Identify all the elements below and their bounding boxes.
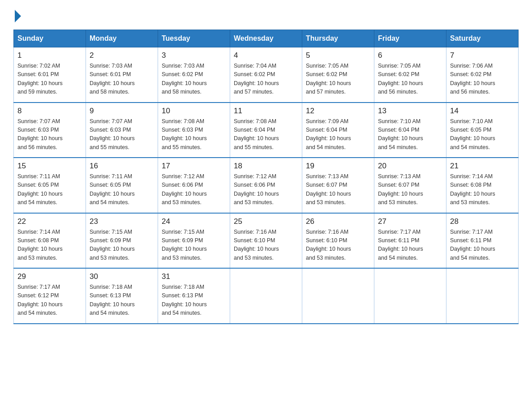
day-info: Sunrise: 7:17 AMSunset: 6:11 PMDaylight:… <box>450 228 515 263</box>
col-header-saturday: Saturday <box>446 30 519 47</box>
col-header-friday: Friday <box>374 30 446 47</box>
calendar-cell: 10Sunrise: 7:08 AMSunset: 6:03 PMDayligh… <box>158 103 230 158</box>
day-info: Sunrise: 7:11 AMSunset: 6:05 PMDaylight:… <box>17 172 82 207</box>
day-info: Sunrise: 7:07 AMSunset: 6:03 PMDaylight:… <box>17 117 82 152</box>
day-number: 27 <box>378 217 442 226</box>
day-number: 15 <box>17 162 82 171</box>
day-info: Sunrise: 7:08 AMSunset: 6:03 PMDaylight:… <box>162 117 226 152</box>
day-number: 5 <box>306 51 370 60</box>
calendar-cell: 21Sunrise: 7:14 AMSunset: 6:08 PMDayligh… <box>446 158 519 213</box>
day-number: 26 <box>306 217 370 226</box>
day-info: Sunrise: 7:14 AMSunset: 6:08 PMDaylight:… <box>450 172 515 207</box>
day-number: 9 <box>90 107 154 116</box>
day-number: 3 <box>162 51 226 60</box>
day-info: Sunrise: 7:15 AMSunset: 6:09 PMDaylight:… <box>162 228 226 263</box>
calendar-cell: 8Sunrise: 7:07 AMSunset: 6:03 PMDaylight… <box>14 103 86 158</box>
calendar-cell: 28Sunrise: 7:17 AMSunset: 6:11 PMDayligh… <box>446 213 519 269</box>
calendar-cell: 14Sunrise: 7:10 AMSunset: 6:05 PMDayligh… <box>446 103 519 158</box>
day-info: Sunrise: 7:16 AMSunset: 6:10 PMDaylight:… <box>306 228 370 263</box>
day-number: 7 <box>450 51 515 60</box>
calendar-cell: 13Sunrise: 7:10 AMSunset: 6:04 PMDayligh… <box>374 103 446 158</box>
day-number: 4 <box>234 51 298 60</box>
day-number: 25 <box>234 217 298 226</box>
day-number: 13 <box>378 107 442 116</box>
day-info: Sunrise: 7:12 AMSunset: 6:06 PMDaylight:… <box>234 172 298 207</box>
calendar-cell: 12Sunrise: 7:09 AMSunset: 6:04 PMDayligh… <box>302 103 374 158</box>
day-number: 23 <box>90 217 154 226</box>
day-number: 29 <box>17 272 82 281</box>
day-number: 8 <box>17 107 82 116</box>
col-header-sunday: Sunday <box>14 30 86 47</box>
calendar-cell: 9Sunrise: 7:07 AMSunset: 6:03 PMDaylight… <box>86 103 158 158</box>
calendar-cell: 15Sunrise: 7:11 AMSunset: 6:05 PMDayligh… <box>14 158 86 213</box>
logo <box>13 9 21 21</box>
day-info: Sunrise: 7:17 AMSunset: 6:11 PMDaylight:… <box>378 228 442 263</box>
calendar-cell: 2Sunrise: 7:03 AMSunset: 6:01 PMDaylight… <box>86 47 158 103</box>
calendar-cell <box>302 268 374 324</box>
calendar-cell <box>374 268 446 324</box>
day-number: 28 <box>450 217 515 226</box>
day-number: 14 <box>450 107 515 116</box>
calendar-cell: 6Sunrise: 7:05 AMSunset: 6:02 PMDaylight… <box>374 47 446 103</box>
day-info: Sunrise: 7:02 AMSunset: 6:01 PMDaylight:… <box>17 62 82 97</box>
col-header-tuesday: Tuesday <box>158 30 230 47</box>
calendar-cell: 16Sunrise: 7:11 AMSunset: 6:05 PMDayligh… <box>86 158 158 213</box>
day-number: 22 <box>17 217 82 226</box>
day-number: 11 <box>234 107 298 116</box>
day-info: Sunrise: 7:16 AMSunset: 6:10 PMDaylight:… <box>234 228 298 263</box>
calendar-cell: 24Sunrise: 7:15 AMSunset: 6:09 PMDayligh… <box>158 213 230 269</box>
calendar-cell: 17Sunrise: 7:12 AMSunset: 6:06 PMDayligh… <box>158 158 230 213</box>
day-info: Sunrise: 7:12 AMSunset: 6:06 PMDaylight:… <box>162 172 226 207</box>
calendar-week-row: 1Sunrise: 7:02 AMSunset: 6:01 PMDaylight… <box>14 47 519 103</box>
day-info: Sunrise: 7:15 AMSunset: 6:09 PMDaylight:… <box>90 228 154 263</box>
day-number: 16 <box>90 162 154 171</box>
calendar-cell: 30Sunrise: 7:18 AMSunset: 6:13 PMDayligh… <box>86 268 158 324</box>
day-info: Sunrise: 7:18 AMSunset: 6:13 PMDaylight:… <box>90 283 154 318</box>
day-info: Sunrise: 7:08 AMSunset: 6:04 PMDaylight:… <box>234 117 298 152</box>
day-number: 10 <box>162 107 226 116</box>
day-info: Sunrise: 7:03 AMSunset: 6:02 PMDaylight:… <box>162 62 226 97</box>
calendar-header-row: SundayMondayTuesdayWednesdayThursdayFrid… <box>14 30 519 47</box>
day-info: Sunrise: 7:14 AMSunset: 6:08 PMDaylight:… <box>17 228 82 263</box>
day-info: Sunrise: 7:07 AMSunset: 6:03 PMDaylight:… <box>90 117 154 152</box>
calendar-cell: 25Sunrise: 7:16 AMSunset: 6:10 PMDayligh… <box>230 213 302 269</box>
day-number: 19 <box>306 162 370 171</box>
calendar-table: SundayMondayTuesdayWednesdayThursdayFrid… <box>13 30 519 324</box>
day-info: Sunrise: 7:04 AMSunset: 6:02 PMDaylight:… <box>234 62 298 97</box>
calendar-week-row: 8Sunrise: 7:07 AMSunset: 6:03 PMDaylight… <box>14 103 519 158</box>
day-info: Sunrise: 7:05 AMSunset: 6:02 PMDaylight:… <box>306 62 370 97</box>
day-info: Sunrise: 7:06 AMSunset: 6:02 PMDaylight:… <box>450 62 515 97</box>
day-info: Sunrise: 7:10 AMSunset: 6:04 PMDaylight:… <box>378 117 442 152</box>
calendar-cell: 19Sunrise: 7:13 AMSunset: 6:07 PMDayligh… <box>302 158 374 213</box>
calendar-week-row: 15Sunrise: 7:11 AMSunset: 6:05 PMDayligh… <box>14 158 519 213</box>
calendar-cell: 29Sunrise: 7:17 AMSunset: 6:12 PMDayligh… <box>14 268 86 324</box>
calendar-cell: 22Sunrise: 7:14 AMSunset: 6:08 PMDayligh… <box>14 213 86 269</box>
col-header-thursday: Thursday <box>302 30 374 47</box>
day-info: Sunrise: 7:10 AMSunset: 6:05 PMDaylight:… <box>450 117 515 152</box>
calendar-cell: 31Sunrise: 7:18 AMSunset: 6:13 PMDayligh… <box>158 268 230 324</box>
calendar-cell: 20Sunrise: 7:13 AMSunset: 6:07 PMDayligh… <box>374 158 446 213</box>
calendar-cell: 7Sunrise: 7:06 AMSunset: 6:02 PMDaylight… <box>446 47 519 103</box>
calendar-cell: 11Sunrise: 7:08 AMSunset: 6:04 PMDayligh… <box>230 103 302 158</box>
calendar-cell: 23Sunrise: 7:15 AMSunset: 6:09 PMDayligh… <box>86 213 158 269</box>
calendar-cell: 27Sunrise: 7:17 AMSunset: 6:11 PMDayligh… <box>374 213 446 269</box>
day-number: 31 <box>162 272 226 281</box>
day-info: Sunrise: 7:18 AMSunset: 6:13 PMDaylight:… <box>162 283 226 318</box>
day-number: 24 <box>162 217 226 226</box>
day-number: 12 <box>306 107 370 116</box>
day-number: 18 <box>234 162 298 171</box>
calendar-cell: 18Sunrise: 7:12 AMSunset: 6:06 PMDayligh… <box>230 158 302 213</box>
calendar-week-row: 29Sunrise: 7:17 AMSunset: 6:12 PMDayligh… <box>14 268 519 324</box>
calendar-cell: 4Sunrise: 7:04 AMSunset: 6:02 PMDaylight… <box>230 47 302 103</box>
calendar-cell <box>446 268 519 324</box>
day-number: 6 <box>378 51 442 60</box>
calendar-cell: 1Sunrise: 7:02 AMSunset: 6:01 PMDaylight… <box>14 47 86 103</box>
calendar-cell: 3Sunrise: 7:03 AMSunset: 6:02 PMDaylight… <box>158 47 230 103</box>
day-number: 20 <box>378 162 442 171</box>
col-header-monday: Monday <box>86 30 158 47</box>
calendar-cell <box>230 268 302 324</box>
day-info: Sunrise: 7:13 AMSunset: 6:07 PMDaylight:… <box>306 172 370 207</box>
day-number: 17 <box>162 162 226 171</box>
day-info: Sunrise: 7:05 AMSunset: 6:02 PMDaylight:… <box>378 62 442 97</box>
day-info: Sunrise: 7:17 AMSunset: 6:12 PMDaylight:… <box>17 283 82 318</box>
